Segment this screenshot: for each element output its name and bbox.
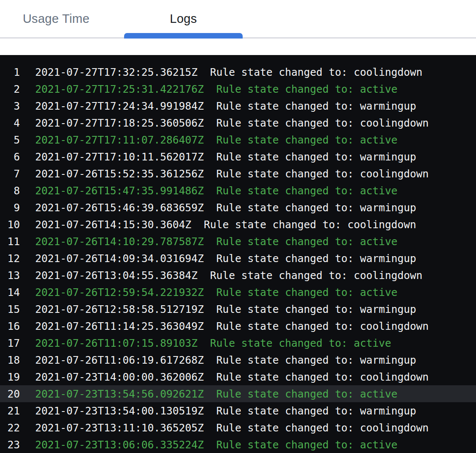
page: Usage Time Logs 12021-07-27T17:32:25.362…: [0, 0, 476, 453]
log-line[interactable]: 62021-07-27T17:10:11.562017Z Rule state …: [0, 148, 476, 165]
log-text: 2021-07-26T15:52:35.361256Z Rule state c…: [35, 168, 429, 180]
log-line[interactable]: 132021-07-26T13:04:55.36384Z Rule state …: [0, 267, 476, 284]
tab-bar: Usage Time Logs: [0, 0, 476, 39]
log-text: 2021-07-23T14:00:00.362006Z Rule state c…: [35, 371, 429, 383]
log-text: 2021-07-26T11:07:15.89103Z Rule state ch…: [35, 337, 391, 349]
log-line[interactable]: 192021-07-23T14:00:00.362006Z Rule state…: [0, 368, 476, 385]
line-number: 20: [0, 388, 20, 400]
log-line[interactable]: 52021-07-27T17:11:07.286407Z Rule state …: [0, 131, 476, 148]
log-text: 2021-07-26T14:15:30.3604Z Rule state cha…: [35, 218, 416, 231]
log-line[interactable]: 32021-07-27T17:24:34.991984Z Rule state …: [0, 97, 476, 114]
log-line[interactable]: 222021-07-23T13:11:10.365205Z Rule state…: [0, 419, 476, 436]
log-line[interactable]: 102021-07-26T14:15:30.3604Z Rule state c…: [0, 216, 476, 233]
tab-usage-time-label: Usage Time: [23, 12, 90, 26]
log-text: 2021-07-27T17:18:25.360506Z Rule state c…: [35, 117, 429, 129]
line-number: 19: [0, 371, 20, 383]
log-text: 2021-07-26T11:14:25.363049Z Rule state c…: [35, 320, 429, 332]
line-number: 17: [0, 337, 20, 349]
log-console[interactable]: 12021-07-27T17:32:25.36215Z Rule state c…: [0, 55, 476, 453]
log-line[interactable]: 42021-07-27T17:18:25.360506Z Rule state …: [0, 114, 476, 131]
log-line[interactable]: 212021-07-23T13:54:00.130519Z Rule state…: [0, 402, 476, 419]
line-number: 13: [0, 269, 20, 282]
line-number: 8: [0, 185, 20, 197]
log-line[interactable]: 12021-07-27T17:32:25.36215Z Rule state c…: [0, 64, 476, 80]
log-text: 2021-07-23T13:54:00.130519Z Rule state c…: [35, 405, 416, 417]
log-text: 2021-07-26T14:10:29.787587Z Rule state c…: [35, 235, 398, 248]
log-line[interactable]: 122021-07-26T14:09:34.031694Z Rule state…: [0, 250, 476, 267]
line-number: 2: [0, 83, 20, 95]
log-text: 2021-07-26T13:04:55.36384Z Rule state ch…: [35, 269, 423, 282]
log-line[interactable]: 232021-07-23T13:06:06.335224Z Rule state…: [0, 436, 476, 453]
log-line[interactable]: 112021-07-26T14:10:29.787587Z Rule state…: [0, 233, 476, 250]
line-number: 11: [0, 235, 20, 248]
line-number: 3: [0, 100, 20, 112]
log-text: 2021-07-27T17:11:07.286407Z Rule state c…: [35, 134, 398, 146]
log-text: 2021-07-27T17:24:34.991984Z Rule state c…: [35, 100, 416, 112]
log-text: 2021-07-27T17:25:31.422176Z Rule state c…: [35, 83, 398, 95]
line-number: 4: [0, 117, 20, 129]
log-text: 2021-07-26T15:47:35.991486Z Rule state c…: [35, 185, 398, 197]
line-number: 5: [0, 134, 20, 146]
line-number: 12: [0, 252, 20, 265]
log-line[interactable]: 82021-07-26T15:47:35.991486Z Rule state …: [0, 182, 476, 199]
active-tab-indicator: [124, 33, 243, 39]
log-line[interactable]: 172021-07-26T11:07:15.89103Z Rule state …: [0, 334, 476, 351]
log-line[interactable]: 142021-07-26T12:59:54.221932Z Rule state…: [0, 284, 476, 301]
tab-usage-time[interactable]: Usage Time: [0, 0, 112, 37]
line-number: 7: [0, 168, 20, 180]
line-number: 16: [0, 320, 20, 332]
tab-logs-label: Logs: [170, 12, 197, 26]
log-text: 2021-07-26T12:59:54.221932Z Rule state c…: [35, 286, 398, 298]
line-number: 21: [0, 405, 20, 417]
log-text: 2021-07-26T14:09:34.031694Z Rule state c…: [35, 252, 416, 265]
line-number: 22: [0, 422, 20, 434]
tab-logs[interactable]: Logs: [124, 0, 243, 37]
log-text: 2021-07-26T11:06:19.617268Z Rule state c…: [35, 354, 416, 366]
log-text: 2021-07-26T12:58:58.512719Z Rule state c…: [35, 303, 416, 315]
log-line[interactable]: 72021-07-26T15:52:35.361256Z Rule state …: [0, 165, 476, 182]
line-number: 1: [0, 66, 20, 78]
line-number: 14: [0, 286, 20, 298]
log-line[interactable]: 22021-07-27T17:25:31.422176Z Rule state …: [0, 80, 476, 97]
log-text: 2021-07-27T17:32:25.36215Z Rule state ch…: [35, 66, 423, 78]
log-line[interactable]: 92021-07-26T15:46:39.683659Z Rule state …: [0, 199, 476, 216]
line-number: 6: [0, 151, 20, 163]
line-number: 23: [0, 439, 20, 451]
log-text: 2021-07-23T13:54:56.092621Z Rule state c…: [35, 388, 398, 400]
log-line[interactable]: 162021-07-26T11:14:25.363049Z Rule state…: [0, 318, 476, 334]
log-line[interactable]: 152021-07-26T12:58:58.512719Z Rule state…: [0, 301, 476, 318]
line-number: 15: [0, 303, 20, 315]
line-number: 10: [0, 218, 20, 231]
log-text: 2021-07-26T15:46:39.683659Z Rule state c…: [35, 202, 416, 214]
log-text: 2021-07-27T17:10:11.562017Z Rule state c…: [35, 151, 416, 163]
line-number: 18: [0, 354, 20, 366]
log-line[interactable]: 182021-07-26T11:06:19.617268Z Rule state…: [0, 351, 476, 368]
log-text: 2021-07-23T13:06:06.335224Z Rule state c…: [35, 439, 398, 451]
log-text: 2021-07-23T13:11:10.365205Z Rule state c…: [35, 422, 429, 434]
log-line[interactable]: 202021-07-23T13:54:56.092621Z Rule state…: [0, 385, 476, 402]
line-number: 9: [0, 202, 20, 214]
